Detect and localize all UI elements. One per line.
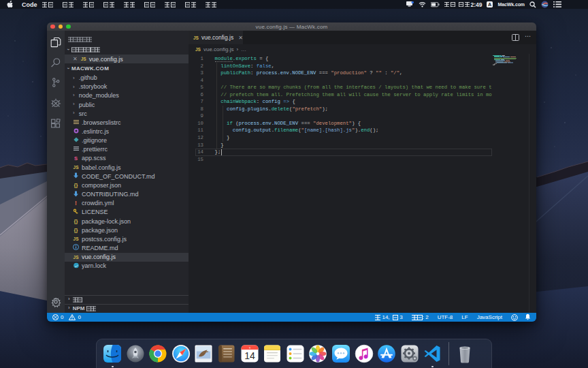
svg-text:14: 14: [244, 350, 255, 361]
svg-text:A: A: [488, 1, 491, 7]
svg-text:9: 9: [249, 347, 250, 350]
